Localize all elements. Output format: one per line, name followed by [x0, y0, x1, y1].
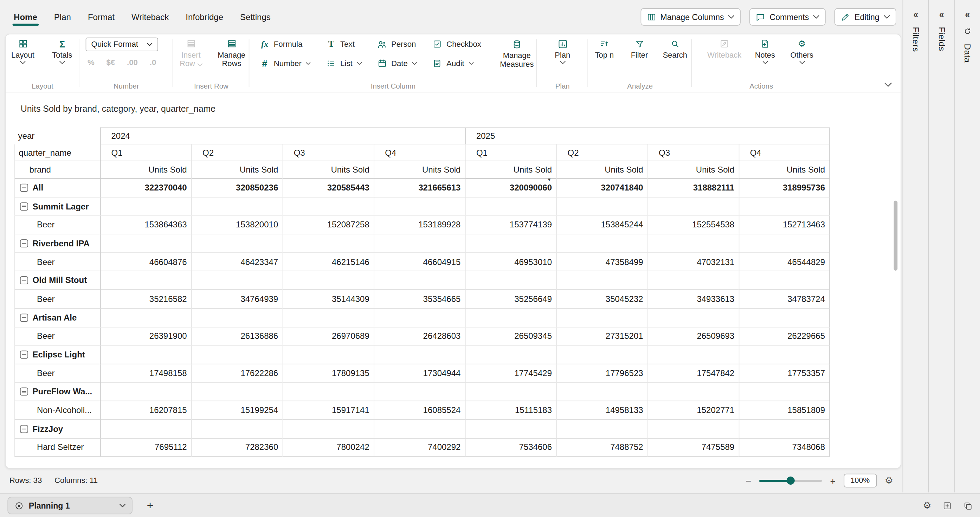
value-cell[interactable]: 7348068 [739, 439, 830, 457]
value-cell[interactable] [100, 234, 191, 253]
value-cell[interactable] [191, 420, 283, 439]
settings-gear-icon[interactable]: ⚙ [923, 500, 931, 511]
value-cell[interactable]: 153189928 [374, 216, 465, 234]
measure-header[interactable]: Units Sold [739, 161, 830, 179]
value-cell[interactable]: 7695112 [100, 439, 191, 457]
value-cell[interactable]: 26970689 [283, 327, 374, 346]
expand-data-icon[interactable]: « [965, 10, 970, 19]
value-cell[interactable]: 26428603 [374, 327, 465, 346]
year-header[interactable]: 2024 [100, 127, 465, 145]
quarter-header[interactable]: Q1 [100, 145, 191, 161]
value-cell[interactable] [100, 197, 191, 216]
value-cell[interactable]: 15851809 [739, 401, 830, 420]
value-cell[interactable] [100, 309, 191, 327]
value-cell[interactable]: 7534606 [465, 439, 557, 457]
value-cell[interactable]: 27315201 [556, 327, 648, 346]
checkbox-button[interactable]: Checkbox [432, 39, 481, 49]
row-label[interactable]: Summit Lager [14, 197, 100, 216]
measure-header[interactable]: Units Sold [374, 161, 465, 179]
measure-header[interactable]: Units Sold [556, 161, 648, 179]
value-cell[interactable]: 34933613 [648, 290, 739, 309]
value-cell[interactable]: 26509693 [648, 327, 739, 346]
filters-panel-label[interactable]: Filters [911, 27, 921, 52]
menu-plan[interactable]: Plan [54, 10, 71, 24]
value-cell[interactable] [648, 383, 739, 401]
value-cell[interactable]: 47032131 [648, 253, 739, 272]
value-cell[interactable] [191, 346, 283, 364]
value-cell[interactable] [374, 234, 465, 253]
plan-button[interactable]: Plan [544, 35, 581, 64]
value-cell[interactable] [556, 309, 648, 327]
number-column-button[interactable]: #Number [259, 58, 311, 68]
date-button[interactable]: Date [377, 59, 417, 68]
value-cell[interactable]: 7282360 [191, 439, 283, 457]
manage-columns-button[interactable]: Manage Columns [640, 8, 741, 25]
value-cell[interactable]: 17498158 [100, 364, 191, 383]
decrease-decimal-icon[interactable]: .0 [150, 58, 156, 67]
value-cell[interactable]: 26391900 [100, 327, 191, 346]
value-cell[interactable] [374, 271, 465, 290]
table-settings-gear-icon[interactable]: ⚙ [885, 475, 893, 486]
menu-format[interactable]: Format [88, 10, 115, 24]
chevron-down-icon[interactable] [119, 504, 126, 507]
value-cell[interactable]: 46604915 [374, 253, 465, 272]
measure-header[interactable]: Units Sold▾ [465, 161, 557, 179]
quarter-header[interactable]: Q3 [283, 145, 374, 161]
value-cell[interactable]: 320585443 [283, 179, 374, 197]
measure-header[interactable]: Units Sold [648, 161, 739, 179]
value-cell[interactable]: 7800242 [283, 439, 374, 457]
collapse-icon[interactable] [20, 388, 28, 396]
value-cell[interactable]: 153845244 [556, 216, 648, 234]
row-label[interactable]: Eclipse Light [14, 346, 100, 364]
value-cell[interactable] [191, 383, 283, 401]
value-cell[interactable] [283, 346, 374, 364]
data-panel-label[interactable]: Data [963, 44, 972, 62]
expand-filters-icon[interactable]: « [913, 10, 918, 19]
value-cell[interactable] [100, 271, 191, 290]
quarter-header[interactable]: Q4 [739, 145, 830, 161]
value-cell[interactable] [648, 420, 739, 439]
quarter-header[interactable]: Q2 [191, 145, 283, 161]
row-label[interactable]: Non-Alcoholi... [14, 401, 100, 420]
editing-mode-button[interactable]: Editing [834, 8, 896, 25]
quarter-header[interactable]: Q2 [556, 145, 648, 161]
collapse-icon[interactable] [20, 202, 28, 210]
row-label[interactable]: Beer [14, 327, 100, 346]
value-cell[interactable] [465, 234, 557, 253]
value-cell[interactable] [100, 420, 191, 439]
increase-decimal-icon[interactable]: .00 [127, 58, 138, 67]
value-cell[interactable] [556, 271, 648, 290]
value-cell[interactable]: 16207815 [100, 401, 191, 420]
currency-format-icon[interactable]: $€ [106, 58, 115, 67]
value-cell[interactable]: 15202771 [648, 401, 739, 420]
value-cell[interactable]: 35045232 [556, 290, 648, 309]
value-cell[interactable]: 320850236 [191, 179, 283, 197]
audit-button[interactable]: Audit [432, 59, 474, 68]
value-cell[interactable] [191, 197, 283, 216]
value-cell[interactable] [465, 309, 557, 327]
dim-year-label[interactable]: year [14, 127, 100, 145]
percent-format-icon[interactable]: % [88, 58, 95, 67]
value-cell[interactable]: 15199254 [191, 401, 283, 420]
measure-header[interactable]: Units Sold [100, 161, 191, 179]
add-sheet-button[interactable]: + [147, 499, 154, 512]
writeback-button[interactable]: Writeback [705, 35, 745, 64]
value-cell[interactable] [465, 271, 557, 290]
value-cell[interactable] [648, 197, 739, 216]
value-cell[interactable] [739, 420, 830, 439]
value-cell[interactable] [283, 234, 374, 253]
value-cell[interactable]: 17622286 [191, 364, 283, 383]
value-cell[interactable]: 322370040 [100, 179, 191, 197]
value-cell[interactable]: 34783724 [739, 290, 830, 309]
value-cell[interactable]: 46215146 [283, 253, 374, 272]
dim-quarter-label[interactable]: quarter_name [14, 145, 100, 161]
zoom-level[interactable]: 100% [844, 474, 877, 487]
value-cell[interactable]: 320090060 [465, 179, 557, 197]
refresh-icon[interactable] [963, 27, 972, 35]
value-cell[interactable]: 318995736 [739, 179, 830, 197]
measure-header[interactable]: Units Sold [283, 161, 374, 179]
value-cell[interactable]: 14958133 [556, 401, 648, 420]
value-cell[interactable] [739, 309, 830, 327]
value-cell[interactable]: 35354665 [374, 290, 465, 309]
value-cell[interactable]: 7400292 [374, 439, 465, 457]
